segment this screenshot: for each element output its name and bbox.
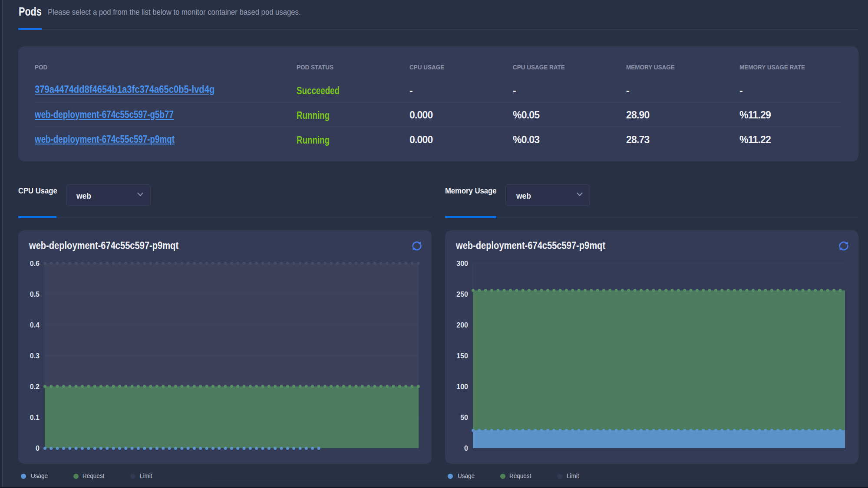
svg-text:0.3: 0.3 — [30, 352, 40, 360]
svg-text:150: 150 — [456, 352, 468, 360]
svg-text:250: 250 — [456, 291, 468, 298]
svg-text:0: 0 — [36, 445, 40, 452]
svg-text:100: 100 — [456, 383, 468, 390]
svg-text:200: 200 — [456, 321, 468, 329]
svg-text:0.2: 0.2 — [30, 383, 40, 390]
svg-text:300: 300 — [456, 260, 468, 267]
svg-text:50: 50 — [460, 414, 468, 421]
svg-text:0.6: 0.6 — [30, 260, 40, 267]
svg-text:0.5: 0.5 — [30, 291, 40, 298]
svg-text:0.4: 0.4 — [30, 321, 40, 329]
svg-text:0: 0 — [464, 445, 468, 452]
svg-text:0.1: 0.1 — [30, 414, 40, 421]
